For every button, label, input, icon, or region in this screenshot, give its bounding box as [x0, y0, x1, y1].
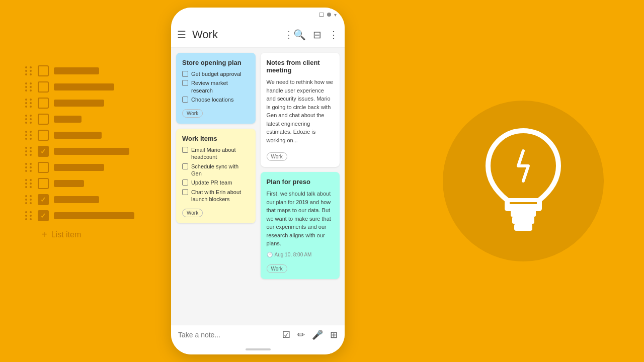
note-checkbox[interactable]	[182, 97, 188, 103]
drag-handle[interactable]	[25, 163, 33, 172]
lightbulb-icon	[478, 126, 569, 236]
battery-icon	[327, 13, 331, 17]
take-note-input[interactable]	[178, 331, 282, 339]
checkbox[interactable]	[38, 98, 49, 109]
svg-rect-4	[514, 224, 532, 231]
status-bar: ▾	[171, 8, 345, 22]
checkbox[interactable]	[38, 162, 49, 173]
add-icon: +	[41, 229, 47, 240]
note-item: Review market research	[182, 79, 250, 94]
bar	[54, 83, 114, 90]
note-item-label: Choose locations	[191, 96, 233, 103]
checkbox-checked[interactable]	[38, 194, 49, 205]
svg-rect-2	[511, 209, 536, 217]
draw-icon[interactable]: ✏	[297, 329, 305, 340]
note-item: Schedule sync with Gen	[182, 163, 250, 177]
note-item: Get budget approval	[182, 70, 250, 77]
drag-handle[interactable]	[25, 66, 33, 75]
note-item-label: Chat with Erin about launch blockers	[191, 189, 250, 203]
store-opening-card[interactable]: Store opening plan Get budget approval R…	[176, 53, 256, 124]
drag-handle[interactable]	[25, 131, 33, 140]
bar	[54, 100, 104, 107]
drag-handle[interactable]	[25, 195, 33, 204]
note-checkbox[interactable]	[182, 163, 188, 169]
checkbox-checked[interactable]	[38, 210, 49, 221]
bar	[54, 180, 84, 187]
menu-icon[interactable]: ☰	[177, 29, 186, 41]
list-item	[25, 65, 134, 76]
bar	[54, 132, 102, 139]
add-list-item-label: List item	[51, 230, 82, 239]
drag-handle[interactable]	[25, 115, 33, 124]
bar	[54, 148, 129, 155]
plan-preso-card[interactable]: Plan for preso First, we should talk abo…	[261, 172, 340, 279]
notes-left-column: Store opening plan Get budget approval R…	[176, 53, 256, 320]
note-item-label: Schedule sync with Gen	[191, 163, 250, 177]
note-tag[interactable]: Work	[267, 152, 287, 161]
note-checkbox[interactable]	[182, 179, 188, 186]
more-options-title-icon[interactable]: ⋮	[284, 29, 293, 40]
client-meeting-card[interactable]: Notes from client meeting We need to ret…	[261, 53, 340, 167]
note-tag[interactable]: Work	[182, 109, 203, 118]
note-checkbox[interactable]	[182, 189, 188, 195]
drag-handle[interactable]	[25, 82, 33, 92]
bottom-bar: ☑ ✏ 🎤 ⊞	[171, 325, 345, 344]
add-list-item-row[interactable]: + List item	[25, 229, 134, 240]
list-item	[25, 114, 134, 125]
note-timestamp: 🕐 Aug 10, 8:00 AM	[267, 252, 334, 257]
note-checkbox[interactable]	[182, 147, 188, 153]
note-checkbox[interactable]	[182, 80, 188, 86]
note-title: Store opening plan	[182, 59, 250, 66]
note-item-label: Review market research	[191, 79, 250, 94]
note-checkbox[interactable]	[182, 71, 188, 77]
list-item	[25, 146, 134, 157]
drag-handle[interactable]	[25, 99, 33, 108]
phone-frame: ▾ ☰ Work ⋮ 🔍 ⊟ ⋮ Store opening plan Get …	[171, 8, 345, 354]
header-actions: 🔍 ⊟ ⋮	[293, 29, 339, 41]
checkbox[interactable]	[38, 114, 49, 125]
note-title: Notes from client meeting	[267, 59, 334, 74]
checkbox[interactable]	[38, 130, 49, 141]
home-bar	[246, 348, 271, 350]
bar	[54, 67, 99, 74]
bar	[54, 196, 99, 203]
more-options-icon[interactable]: ⋮	[329, 29, 339, 41]
layout-icon[interactable]: ⊟	[313, 29, 321, 41]
lightbulb-section	[443, 101, 604, 261]
list-item	[25, 98, 134, 109]
list-item	[25, 81, 134, 93]
list-item	[25, 210, 134, 221]
clock-icon: 🕐	[267, 252, 273, 257]
home-indicator	[171, 344, 345, 354]
notes-area: Store opening plan Get budget approval R…	[171, 48, 345, 325]
note-tag[interactable]: Work	[182, 209, 203, 217]
search-icon[interactable]: 🔍	[293, 29, 306, 41]
voice-icon[interactable]: 🎤	[312, 329, 323, 340]
drag-handle[interactable]	[25, 147, 33, 156]
dropdown-icon: ▾	[334, 12, 337, 18]
drag-handle[interactable]	[25, 179, 33, 188]
app-header: ☰ Work ⋮ 🔍 ⊟ ⋮	[171, 22, 345, 48]
note-body: We need to rethink how we handle user ex…	[267, 78, 334, 144]
note-title: Plan for preso	[267, 178, 334, 186]
note-item-label: Get budget approval	[191, 70, 242, 77]
note-item-label: Update PR team	[191, 179, 232, 186]
note-item: Update PR team	[182, 179, 250, 186]
work-items-card[interactable]: Work Items Email Mario about headcount S…	[176, 129, 256, 223]
note-tag[interactable]: Work	[267, 264, 287, 273]
image-icon[interactable]: ⊞	[330, 329, 338, 340]
checkbox[interactable]	[38, 178, 49, 189]
svg-rect-3	[512, 217, 534, 224]
note-body: First, we should talk about our plan for…	[267, 190, 334, 248]
list-item	[25, 194, 134, 205]
checkbox[interactable]	[38, 81, 49, 93]
drag-handle[interactable]	[25, 211, 33, 220]
checkbox-checked[interactable]	[38, 146, 49, 157]
bottom-icons: ☑ ✏ 🎤 ⊞	[282, 329, 338, 340]
checklist-icon[interactable]: ☑	[282, 329, 290, 340]
bar	[54, 164, 104, 171]
bar	[54, 212, 134, 219]
notes-right-column: Notes from client meeting We need to ret…	[261, 53, 340, 320]
checkbox[interactable]	[38, 65, 49, 76]
list-item	[25, 178, 134, 189]
